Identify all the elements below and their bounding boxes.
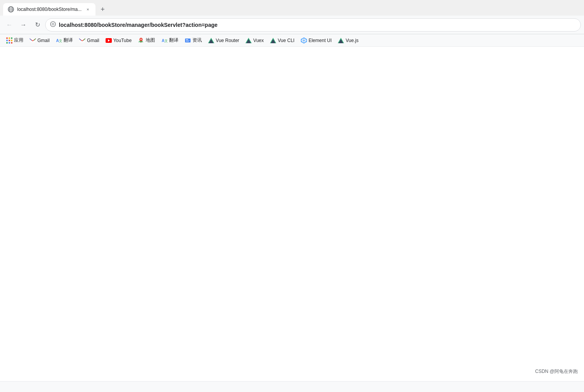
svg-point-17 [140, 39, 141, 40]
bookmark-youtube[interactable]: YouTube [102, 36, 135, 45]
svg-rect-7 [30, 38, 36, 43]
back-button[interactable]: ← [3, 19, 16, 31]
svg-rect-12 [79, 38, 85, 43]
bookmark-news[interactable]: 资讯 [182, 35, 205, 45]
maps-icon [138, 37, 144, 44]
maps-label: 地图 [146, 37, 155, 44]
url-display: localhost:8080/bookStore/manager/bookSer… [59, 22, 576, 28]
page-footer: CSDN @阿龟在奔跑 [535, 368, 578, 375]
bookmark-vue-cli[interactable]: Vue CLI [267, 36, 298, 45]
svg-rect-22 [186, 40, 190, 41]
vuex-icon [245, 37, 252, 44]
vuejs-label: Vue.js [346, 38, 358, 43]
translate-icon-1: A 文 [56, 37, 62, 44]
bookmark-vuex[interactable]: Vuex [242, 36, 267, 45]
navigation-bar: ← → ↻ localhost:8080/bookStore/manager/b… [0, 16, 584, 34]
footer-text: CSDN @阿龟在奔跑 [535, 369, 578, 374]
youtube-label: YouTube [113, 38, 132, 43]
element-ui-label: Element UI [309, 38, 332, 43]
vue-router-icon [208, 37, 214, 44]
translate1-label: 翻译 [64, 37, 73, 44]
youtube-icon [106, 37, 112, 44]
bookmark-vue-router[interactable]: Vue Router [205, 36, 242, 45]
gmail2-label: Gmail [87, 38, 99, 43]
translate-icon-2: A 文 [161, 37, 168, 44]
element-ui-icon [301, 37, 307, 44]
news-label: 资讯 [192, 37, 202, 44]
svg-rect-21 [186, 39, 188, 40]
page-content: CSDN @阿龟在奔跑 [0, 47, 584, 381]
svg-text:文: 文 [59, 39, 62, 43]
apps-label: 应用 [14, 37, 23, 44]
svg-rect-23 [186, 41, 189, 42]
gmail-icon-2 [79, 37, 85, 44]
svg-point-6 [52, 23, 54, 25]
bookmark-gmail1[interactable]: Gmail [26, 36, 53, 45]
svg-text:文: 文 [164, 39, 168, 43]
vue-cli-label: Vue CLI [278, 38, 295, 43]
tab-bar: localhost:8080/bookStore/ma... × + [0, 0, 584, 16]
apps-icon [6, 37, 12, 44]
news-icon [185, 37, 191, 44]
gmail-icon-1 [30, 37, 36, 44]
vue-router-label: Vue Router [216, 38, 239, 43]
tab-title: localhost:8080/bookStore/ma... [17, 7, 81, 12]
status-bar [0, 381, 584, 392]
bookmark-vuejs[interactable]: Vue.js [335, 36, 362, 45]
bookmark-maps[interactable]: 地图 [135, 35, 158, 45]
bookmark-gmail2[interactable]: Gmail [76, 36, 102, 45]
reload-button[interactable]: ↻ [31, 19, 44, 31]
security-icon [50, 21, 56, 28]
vue-cli-icon [270, 37, 276, 44]
vuex-label: Vuex [253, 38, 264, 43]
gmail1-label: Gmail [37, 38, 49, 43]
address-bar[interactable]: localhost:8080/bookStore/manager/bookSer… [45, 18, 581, 32]
bookmark-element-ui[interactable]: Element UI [298, 36, 335, 45]
tab-close-button[interactable]: × [85, 6, 91, 12]
bookmark-apps[interactable]: 应用 [3, 35, 26, 45]
browser-chrome: localhost:8080/bookStore/ma... × + ← → ↻… [0, 0, 584, 47]
bookmark-translate2[interactable]: A 文 翻译 [158, 35, 182, 45]
forward-button[interactable]: → [17, 19, 30, 31]
url-rest-part: /bookStore/manager/bookServlet?action=pa… [97, 22, 217, 28]
vuejs-icon [338, 37, 344, 44]
tab-favicon [8, 6, 14, 12]
bookmark-translate1[interactable]: A 文 翻译 [53, 35, 76, 45]
active-tab[interactable]: localhost:8080/bookStore/ma... × [3, 3, 95, 16]
bookmarks-bar: 应用 Gmail A 文 翻译 [0, 34, 584, 47]
new-tab-button[interactable]: + [97, 4, 108, 15]
translate2-label: 翻译 [169, 37, 178, 44]
url-bold-part: localhost:8080 [59, 22, 97, 28]
svg-point-5 [51, 22, 56, 27]
